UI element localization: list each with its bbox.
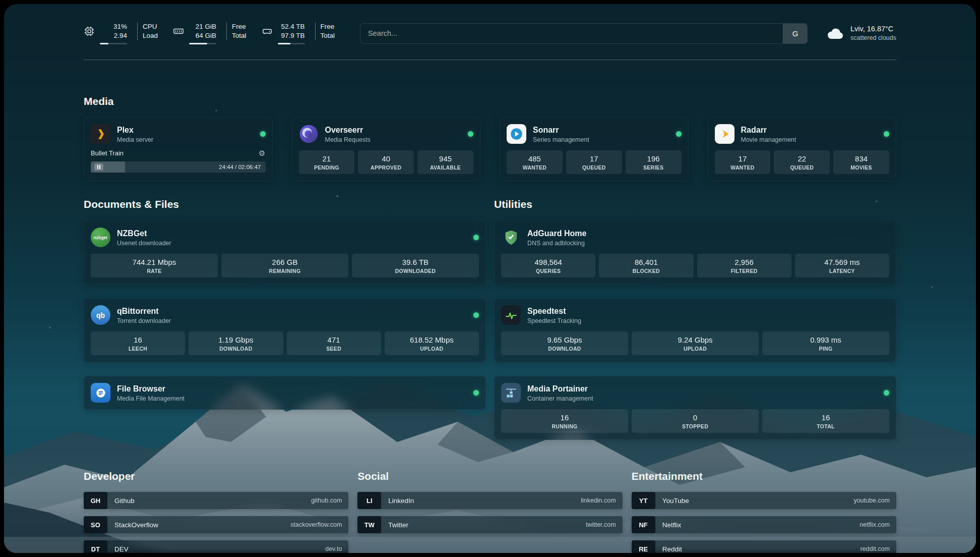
cpu-load-value: 2.94 xyxy=(100,31,127,40)
app-name: Overseerr xyxy=(325,125,371,135)
utilities-column: Utilities AdGuard Home xyxy=(494,198,896,440)
link-name: Netflix xyxy=(662,521,682,529)
playback-progress-bar[interactable]: 24:44 / 02:06:47 xyxy=(91,161,266,173)
stat-queued: 22 QUEUED xyxy=(774,150,830,174)
filebrowser-icon xyxy=(91,383,110,403)
app-subtitle: DNS and adblocking xyxy=(527,240,586,247)
link-linkedin[interactable]: LI LinkedIn linkedin.com xyxy=(357,492,622,509)
app-name: qBittorrent xyxy=(117,306,171,316)
link-name: StackOverflow xyxy=(114,521,158,529)
disk-total-value: 97.9 TB xyxy=(278,31,305,40)
app-name: Media Portainer xyxy=(527,384,593,394)
link-netflix[interactable]: NF Netflix netflix.com xyxy=(632,516,896,533)
link-name: DEV xyxy=(114,545,129,553)
search-bar: G xyxy=(360,23,808,44)
disk-icon xyxy=(262,26,273,37)
dashboard-screen: 31% 2.94 CPU Load 21 GiB xyxy=(4,4,976,553)
stat-ping: 0.993 ms PING xyxy=(762,331,889,355)
gear-icon[interactable] xyxy=(259,149,265,157)
overseerr-icon xyxy=(299,124,319,144)
documents-column: Documents & Files nzbget NZBGet Usenet d… xyxy=(84,198,486,440)
status-dot xyxy=(473,312,479,318)
cpu-usage-fill xyxy=(100,43,108,44)
twitter-abbr-icon: TW xyxy=(357,516,381,533)
stat-available: 945 AVAILABLE xyxy=(417,150,473,174)
status-dot xyxy=(473,235,479,240)
link-url: youtube.com xyxy=(853,497,890,504)
stat-filtered: 2,956 FILTERED xyxy=(697,254,791,277)
disk-usage-bar xyxy=(278,43,305,44)
portainer-card[interactable]: Media Portainer Container management 16 … xyxy=(494,376,896,440)
app-subtitle: Media server xyxy=(117,136,153,143)
app-name: File Browser xyxy=(117,384,185,394)
filebrowser-card[interactable]: File Browser Media File Management xyxy=(84,376,486,410)
portainer-icon xyxy=(501,383,521,403)
stat-series: 196 SERIES xyxy=(626,150,682,174)
stat-remaining: 266 GB REMAINING xyxy=(221,254,348,277)
search-input[interactable] xyxy=(360,29,783,37)
cpu-percent: 31% xyxy=(100,22,127,31)
section-title-utilities: Utilities xyxy=(494,198,896,210)
qbittorrent-card[interactable]: qb qBittorrent Torrent downloader 16 LEE… xyxy=(84,298,486,362)
status-dot xyxy=(473,390,479,396)
link-github[interactable]: GH Github github.com xyxy=(84,492,348,509)
playback-time: 24:44 / 02:06:47 xyxy=(219,164,261,170)
link-youtube[interactable]: YT YouTube youtube.com xyxy=(632,492,896,509)
stat-latency: 47.569 ms LATENCY xyxy=(795,254,889,277)
status-dot xyxy=(260,131,266,137)
stat-seed: 471 SEED xyxy=(287,331,381,355)
cpu-usage-bar xyxy=(100,43,127,44)
status-dot xyxy=(884,390,889,396)
media-card-grid: Plex Media server Bullet Train 24:44 / 0… xyxy=(84,117,896,181)
app-name: NZBGet xyxy=(117,229,171,239)
overseerr-card[interactable]: Overseerr Media Requests 21 PENDING 40 A… xyxy=(292,117,481,181)
radarr-card[interactable]: Radarr Movie management 17 WANTED 22 QUE… xyxy=(708,117,897,181)
link-dev[interactable]: DT DEV dev.to xyxy=(84,540,348,553)
app-name: Speedtest xyxy=(527,306,581,316)
stat-download: 9.65 Gbps DOWNLOAD xyxy=(501,331,628,355)
ram-usage-bar xyxy=(189,43,216,44)
dev-abbr-icon: DT xyxy=(84,540,107,553)
youtube-abbr-icon: YT xyxy=(632,492,655,509)
app-subtitle: Speedtest Tracking xyxy=(527,317,581,324)
ram-free-label: Free xyxy=(232,22,247,31)
disk-free-value: 52.4 TB xyxy=(278,22,305,31)
disk-total-label: Total xyxy=(321,31,335,40)
nzbget-card[interactable]: nzbget NZBGet Usenet downloader 744.21 M… xyxy=(84,220,486,285)
link-url: twitter.com xyxy=(586,521,616,528)
pause-icon[interactable] xyxy=(94,163,103,171)
plex-card[interactable]: Plex Media server Bullet Train 24:44 / 0… xyxy=(84,117,273,181)
app-name: Sonarr xyxy=(533,125,589,135)
link-reddit[interactable]: RE Reddit reddit.com xyxy=(632,540,896,553)
link-twitter[interactable]: TW Twitter twitter.com xyxy=(357,516,622,533)
radarr-icon xyxy=(715,124,734,144)
status-dot xyxy=(468,131,473,137)
adguard-card[interactable]: AdGuard Home DNS and adblocking 498,564 … xyxy=(494,220,896,285)
section-title-entertainment: Entertainment xyxy=(632,470,896,482)
app-name: Plex xyxy=(117,125,153,135)
stat-total: 16 TOTAL xyxy=(762,409,889,433)
stat-upload: 9.24 Gbps UPLOAD xyxy=(632,331,759,355)
app-subtitle: Torrent downloader xyxy=(117,317,171,324)
memory-widget: 21 GiB 64 GiB Free Total xyxy=(173,22,247,44)
reddit-abbr-icon: RE xyxy=(632,540,655,553)
search-provider-button[interactable]: G xyxy=(783,24,807,43)
stat-approved: 40 APPROVED xyxy=(358,150,414,174)
netflix-abbr-icon: NF xyxy=(632,516,655,533)
top-status-bar: 31% 2.94 CPU Load 21 GiB xyxy=(84,4,896,44)
weather-widget[interactable]: Lviv, 16.87°C scattered clouds xyxy=(827,24,896,42)
app-name: Radarr xyxy=(741,125,797,135)
plex-icon xyxy=(91,124,110,144)
ram-total-label: Total xyxy=(232,31,247,40)
stat-downloaded: 39.6 TB DOWNLOADED xyxy=(352,254,479,277)
speedtest-card[interactable]: Speedtest Speedtest Tracking 9.65 Gbps D… xyxy=(494,298,896,362)
weather-condition: scattered clouds xyxy=(850,34,896,42)
sonarr-card[interactable]: Sonarr Series management 485 WANTED 17 Q… xyxy=(500,117,689,181)
stat-movies: 834 MOVIES xyxy=(833,150,889,174)
app-subtitle: Container management xyxy=(527,395,593,402)
link-url: reddit.com xyxy=(861,545,890,552)
link-url: dev.to xyxy=(325,545,342,552)
cpu-widget: 31% 2.94 CPU Load xyxy=(84,22,158,44)
cpu-icon xyxy=(84,26,95,37)
link-stackoverflow[interactable]: SO StackOverflow stackoverflow.com xyxy=(84,516,348,533)
